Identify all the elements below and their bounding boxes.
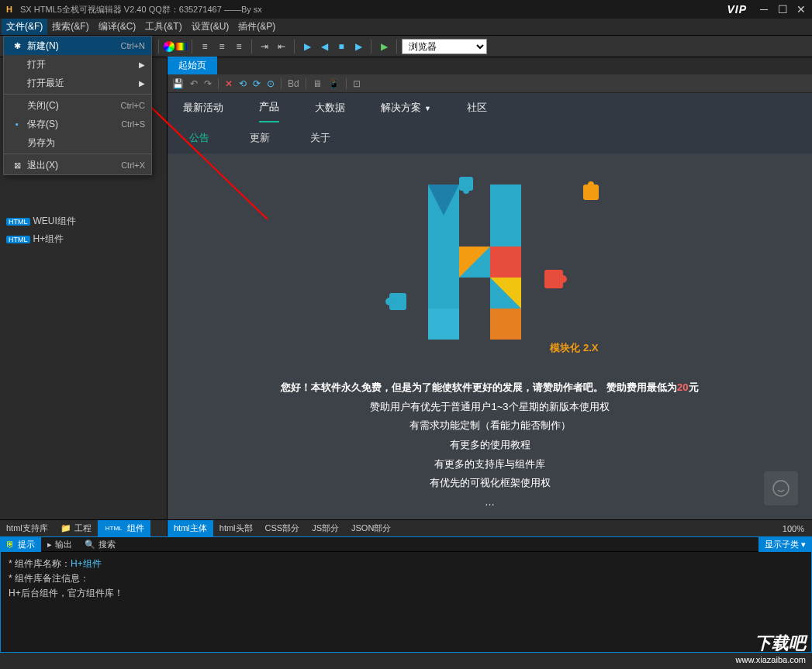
exit-icon: ⊠ xyxy=(10,160,24,171)
sub-toolbar: 💾 ↶ ↷ ✕ ⟲ ⟳ ⊙ Bd 🖥 📱 ⊡ xyxy=(168,74,812,93)
play-icon[interactable]: ▶ xyxy=(299,39,315,54)
app-logo-icon: H xyxy=(3,3,16,16)
menu-exit[interactable]: ⊠ 退出(X) Ctrl+X xyxy=(4,156,151,174)
submenu-icon: ▶ xyxy=(139,79,145,88)
menu-separator xyxy=(4,153,151,154)
browser-select[interactable]: 浏览器 xyxy=(402,39,487,54)
search-icon: 🔍 xyxy=(85,540,95,550)
maximize-button[interactable]: ☐ xyxy=(775,2,790,16)
next-icon[interactable]: ▶ xyxy=(351,39,366,54)
save-icon: ▪ xyxy=(10,119,24,129)
minimize-button[interactable]: ─ xyxy=(756,2,772,16)
window-title: SX HTML5全栈可视编辑器 V2.40 QQ群：635271467 ——By… xyxy=(20,4,727,16)
outdent-icon[interactable]: ⇤ xyxy=(274,39,289,54)
page-content: 模块化 2.X 您好！本软件永久免费，但是为了能使软件更好的发展，请赞助作者吧。… xyxy=(168,153,812,519)
menu-file[interactable]: 文件(&F) xyxy=(2,19,47,35)
rainbow-icon[interactable] xyxy=(176,43,187,50)
menu-save[interactable]: ▪ 保存(S) Ctrl+S xyxy=(4,115,151,133)
submenu-icon: ▶ xyxy=(139,60,145,69)
menu-compile[interactable]: 编译(&C) xyxy=(94,19,141,35)
menu-new[interactable]: ✱ 新建(N) Ctrl+N xyxy=(4,36,151,55)
tabstrip: 起始页 xyxy=(168,57,812,74)
menu-tools[interactable]: 工具(&T) xyxy=(140,19,186,35)
nav-secondary: 公告 更新 关于 xyxy=(168,122,812,153)
vip-badge: VIP xyxy=(727,3,747,16)
tab-html-head[interactable]: html头部 xyxy=(213,520,259,536)
logo-tagline: 模块化 2.X xyxy=(550,341,598,355)
mobile-icon[interactable]: 📱 xyxy=(328,78,340,89)
nav-primary: 最新活动 产品 大数据 解决方案▼ 社区 xyxy=(168,93,812,122)
console-tabs: ⛨提示 ▸输出 🔍搜索 显示子类 ▾ xyxy=(0,536,812,552)
svg-point-16 xyxy=(773,481,789,496)
nav-about[interactable]: 关于 xyxy=(310,131,330,145)
zoom-level: 100% xyxy=(783,524,812,533)
chevron-down-icon: ▼ xyxy=(424,105,431,112)
svg-point-13 xyxy=(588,181,594,188)
align-left-icon[interactable]: ≡ xyxy=(197,39,213,54)
bd-icon[interactable]: Bd xyxy=(288,78,299,89)
window-icon[interactable]: ⊡ xyxy=(353,78,361,89)
nav-solution[interactable]: 解决方案▼ xyxy=(381,94,431,122)
tab-hints[interactable]: ⛨提示 xyxy=(0,537,41,552)
desktop-icon[interactable]: 🖥 xyxy=(313,78,322,89)
redo-icon[interactable]: ↷ xyxy=(204,78,212,89)
shield-icon: ⛨ xyxy=(6,540,15,549)
save-icon[interactable]: 💾 xyxy=(172,78,184,89)
menu-open[interactable]: 打开 ▶ xyxy=(4,55,151,74)
show-subclass-button[interactable]: 显示子类 ▾ xyxy=(758,537,812,552)
h-logo: 模块化 2.X xyxy=(351,177,630,355)
tab-project[interactable]: 📁工程 xyxy=(54,520,98,536)
html-badge-icon: HTML xyxy=(6,218,30,226)
svg-marker-7 xyxy=(428,309,459,340)
menu-separator xyxy=(4,94,151,95)
menu-settings[interactable]: 设置(&U) xyxy=(187,19,234,35)
tab-components[interactable]: HTML组件 xyxy=(98,520,150,536)
prev-icon[interactable]: ◀ xyxy=(316,39,332,54)
menu-open-recent[interactable]: 打开最近 ▶ xyxy=(4,74,151,92)
nav-update[interactable]: 更新 xyxy=(250,131,270,145)
stop-icon[interactable]: ■ xyxy=(333,39,349,54)
chat-button[interactable] xyxy=(764,471,798,505)
new-icon: ✱ xyxy=(10,41,24,51)
refresh-icon[interactable]: ⟲ xyxy=(239,78,247,89)
nav-community[interactable]: 社区 xyxy=(467,94,487,122)
sidebar-item-hplus[interactable]: HTML H+组件 xyxy=(0,230,167,248)
menu-save-as[interactable]: 另存为 xyxy=(4,133,151,152)
align-right-icon[interactable]: ≡ xyxy=(231,39,247,54)
delete-icon[interactable]: ✕ xyxy=(225,78,233,89)
reload-icon[interactable]: ⟳ xyxy=(253,78,261,89)
undo-icon[interactable]: ↶ xyxy=(190,78,198,89)
tab-output[interactable]: ▸输出 xyxy=(41,537,78,552)
tab-html-body[interactable]: html主体 xyxy=(168,520,213,536)
sidebar-item-weui[interactable]: HTML WEUI组件 xyxy=(0,212,167,230)
run-icon[interactable]: ▶ xyxy=(376,39,392,54)
align-center-icon[interactable]: ≡ xyxy=(214,39,230,54)
menubar: 文件(&F) 搜索(&F) 编译(&C) 工具(&T) 设置(&U) 插件(&P… xyxy=(0,19,812,36)
nav-product[interactable]: 产品 xyxy=(259,93,279,122)
sync-icon[interactable]: ⊙ xyxy=(267,78,275,89)
tab-search[interactable]: 🔍搜索 xyxy=(78,537,122,552)
menu-plugins[interactable]: 插件(&P) xyxy=(233,19,280,35)
bottom-tabs: html支持库 📁工程 HTML组件 html主体 html头部 CSS部分 J… xyxy=(0,519,812,536)
console-output: * 组件库名称：H+组件 * 组件库备注信息： H+后台组件，官方组件库！ xyxy=(0,552,812,653)
indent-icon[interactable]: ⇥ xyxy=(257,39,272,54)
titlebar: H SX HTML5全栈可视编辑器 V2.40 QQ群：635271467 ——… xyxy=(0,0,812,19)
nav-latest[interactable]: 最新活动 xyxy=(183,94,223,122)
html-badge-icon: HTML xyxy=(6,236,30,243)
tab-json[interactable]: JSON部分 xyxy=(345,520,397,536)
tab-css[interactable]: CSS部分 xyxy=(259,520,306,536)
svg-point-15 xyxy=(463,188,469,194)
color-picker-icon[interactable] xyxy=(164,41,174,52)
file-dropdown: ✱ 新建(N) Ctrl+N 打开 ▶ 打开最近 ▶ 关闭(C) Ctrl+C … xyxy=(3,36,152,175)
tab-js[interactable]: JS部分 xyxy=(306,520,345,536)
output-icon: ▸ xyxy=(47,540,52,550)
nav-bigdata[interactable]: 大数据 xyxy=(315,94,345,122)
menu-search[interactable]: 搜索(&F) xyxy=(47,19,93,35)
svg-point-11 xyxy=(559,275,567,283)
tab-startpage[interactable]: 起始页 xyxy=(168,57,217,74)
tab-html-lib[interactable]: html支持库 xyxy=(0,520,54,536)
menu-close[interactable]: 关闭(C) Ctrl+C xyxy=(4,96,151,115)
close-button[interactable]: ✕ xyxy=(793,2,809,16)
svg-marker-4 xyxy=(490,247,521,278)
nav-notice[interactable]: 公告 xyxy=(189,131,209,145)
